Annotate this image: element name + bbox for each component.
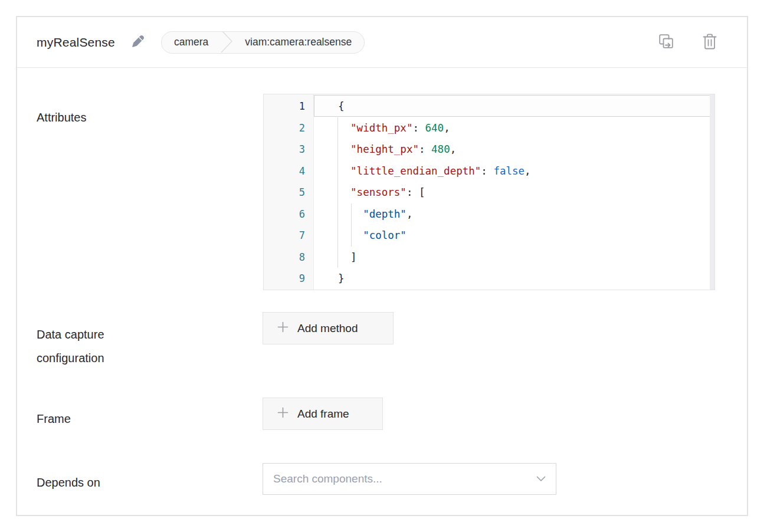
component-card: myRealSense camera viam:camera:realsense (16, 16, 748, 516)
add-method-label: Add method (297, 322, 358, 335)
editor-scrollbar[interactable] (710, 94, 714, 290)
line-number: 9 (264, 268, 313, 290)
component-name: myRealSense (37, 35, 115, 50)
trash-icon (702, 33, 717, 52)
editor-code-area[interactable]: { "width_px": 640, "height_px": 480, "li… (314, 94, 714, 290)
line-number: 3 (264, 139, 313, 160)
depends-on-select[interactable] (263, 463, 556, 495)
line-number: 8 (264, 247, 313, 268)
data-capture-label: Data capture configuration (37, 323, 172, 370)
line-number: 7 (264, 225, 313, 247)
chevron-divider-icon (221, 31, 232, 54)
add-frame-button[interactable]: Add frame (263, 398, 383, 430)
attributes-label: Attributes (37, 106, 86, 129)
frame-label: Frame (37, 407, 71, 431)
add-method-button[interactable]: Add method (263, 312, 394, 344)
code-line[interactable]: "color" (314, 225, 714, 247)
component-type-chip: camera viam:camera:realsense (161, 31, 365, 54)
editor-gutter: 123456789 (264, 94, 314, 290)
rename-button[interactable] (130, 34, 145, 51)
editor-code: { "width_px": 640, "height_px": 480, "li… (314, 96, 714, 290)
add-frame-label: Add frame (297, 408, 349, 421)
delete-button[interactable] (702, 33, 717, 52)
duplicate-icon (658, 33, 675, 52)
code-line[interactable]: { (314, 96, 714, 117)
component-model: viam:camera:realsense (232, 36, 364, 48)
code-line[interactable]: ] (314, 247, 714, 268)
depends-on-label: Depends on (37, 471, 100, 494)
line-number: 2 (264, 117, 313, 139)
code-line[interactable]: "little_endian_depth": false, (314, 160, 714, 182)
chevron-down-icon[interactable] (536, 476, 556, 482)
pencil-icon (130, 34, 145, 51)
line-number: 1 (264, 96, 313, 117)
component-type: camera (162, 36, 221, 48)
component-card-header: myRealSense camera viam:camera:realsense (17, 17, 747, 68)
line-number: 6 (264, 203, 313, 225)
code-line[interactable]: "depth", (314, 203, 714, 225)
plus-icon (277, 321, 289, 336)
duplicate-button[interactable] (658, 33, 675, 52)
line-number: 5 (264, 182, 313, 203)
code-line[interactable]: "width_px": 640, (314, 117, 714, 139)
plus-icon (277, 407, 289, 421)
code-line[interactable]: } (314, 268, 714, 290)
search-components-input[interactable] (263, 472, 536, 485)
header-actions (658, 33, 717, 52)
code-line[interactable]: "sensors": [ (314, 182, 714, 203)
code-line[interactable]: "height_px": 480, (314, 139, 714, 160)
attributes-json-editor[interactable]: 123456789 { "width_px": 640, "height_px"… (263, 94, 715, 290)
line-number: 4 (264, 160, 313, 182)
